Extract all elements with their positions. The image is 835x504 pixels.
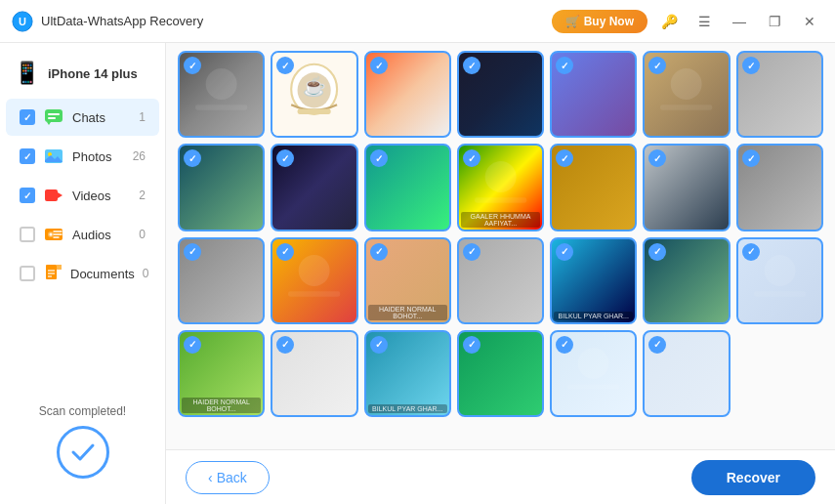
main-layout: 📱 iPhone 14 plus ✓ Chats 1 ✓ [0, 43, 835, 504]
svg-point-36 [764, 255, 795, 286]
photo-check-icon: ✓ [556, 243, 573, 261]
photo-cell[interactable]: ✓ [736, 51, 823, 138]
photo-cell[interactable]: ✓ [271, 330, 357, 417]
videos-checkbox[interactable]: ✓ [20, 188, 35, 203]
photo-cell[interactable]: ✓ [643, 51, 730, 138]
photo-cell[interactable]: ✓ [178, 237, 265, 324]
photo-cell[interactable]: ✓ [271, 237, 357, 324]
documents-checkbox[interactable] [20, 266, 35, 281]
close-button[interactable]: ✕ [796, 8, 823, 35]
svg-marker-10 [58, 192, 63, 198]
photo-cell[interactable]: ✓ ☕ [271, 51, 357, 138]
photo-cell[interactable]: ✓BILKUL PYAR GHAR... [364, 330, 451, 417]
photo-check-icon: ✓ [370, 336, 388, 354]
title-right: 🛒 Buy Now 🔑 ☰ — ❐ ✕ [552, 8, 823, 35]
documents-count: 0 [143, 267, 149, 280]
svg-point-13 [50, 233, 53, 236]
photo-grid-container[interactable]: ✓✓ ☕ ✓✓✓✓✓✓✓✓✓GAALER HHUMMA AAFIYAT...✓✓… [166, 43, 835, 449]
phone-icon: 📱 [14, 61, 40, 86]
sidebar-item-audios[interactable]: Audios 0 [6, 216, 159, 253]
maximize-button[interactable]: ❐ [761, 8, 788, 35]
photo-check-icon: ✓ [184, 243, 201, 261]
scan-complete-label: Scan completed! [39, 404, 126, 418]
photo-cell[interactable]: ✓GAALER HHUMMA AAFIYAT... [457, 144, 544, 231]
photo-cell[interactable]: ✓ [736, 237, 823, 324]
chats-count: 1 [139, 110, 146, 124]
photo-cell[interactable]: ✓HAIDER NORMAL BOHOT... [364, 237, 451, 324]
chats-checkbox[interactable]: ✓ [20, 109, 35, 125]
svg-point-38 [578, 348, 609, 379]
photo-cell[interactable]: ✓ [457, 237, 544, 324]
scan-complete-icon [57, 426, 109, 479]
sidebar-item-videos[interactable]: ✓ Videos 2 [6, 177, 159, 214]
sidebar-item-photos[interactable]: ✓ Photos 26 [6, 138, 159, 175]
chats-icon [43, 106, 64, 128]
photo-cell[interactable]: ✓ [271, 144, 357, 231]
photo-check-icon: ✓ [184, 57, 201, 74]
title-left: U UltData-WhatsApp Recovery [12, 11, 203, 32]
svg-rect-19 [57, 265, 62, 270]
photos-icon [43, 146, 64, 167]
svg-rect-35 [288, 291, 340, 296]
photo-cell[interactable]: ✓ [178, 144, 265, 231]
photo-cell[interactable]: ✓ [364, 144, 451, 231]
photo-check-icon: ✓ [370, 57, 388, 74]
svg-point-30 [671, 68, 702, 100]
photo-cell[interactable]: ✓ [550, 51, 637, 138]
svg-rect-37 [754, 291, 806, 296]
svg-rect-39 [567, 384, 619, 389]
photo-cell[interactable]: ✓ [457, 330, 544, 417]
recover-button[interactable]: Recover [691, 460, 815, 495]
minimize-button[interactable]: — [726, 8, 753, 35]
svg-rect-28 [298, 109, 331, 114]
device-item: 📱 iPhone 14 plus [0, 53, 165, 94]
svg-rect-2 [45, 109, 63, 122]
photo-cell[interactable]: ✓ [457, 51, 544, 138]
photos-count: 26 [133, 149, 146, 163]
photo-cell[interactable]: ✓ [643, 144, 730, 231]
documents-label: Documents [70, 267, 135, 281]
photo-check-icon: ✓ [463, 57, 480, 74]
documents-icon [43, 263, 63, 284]
back-button[interactable]: ‹ Back [186, 461, 270, 494]
photo-check-icon: ✓ [370, 149, 388, 167]
svg-rect-4 [48, 113, 60, 115]
photo-cell[interactable]: ✓BILKUL PYAR GHAR... [550, 237, 637, 324]
key-icon[interactable]: 🔑 [655, 8, 683, 35]
photo-check-icon: ✓ [463, 336, 480, 354]
photo-check-icon: ✓ [276, 243, 294, 261]
svg-marker-3 [47, 122, 51, 125]
photo-check-icon: ✓ [742, 149, 760, 167]
photo-cell[interactable]: ✓ [643, 237, 730, 324]
app-logo-icon: U [12, 11, 33, 32]
sidebar-item-documents[interactable]: Documents 0 [6, 255, 159, 292]
svg-rect-24 [195, 105, 247, 109]
menu-icon[interactable]: ☰ [690, 8, 718, 35]
photo-check-icon: ✓ [742, 57, 760, 74]
sidebar-item-chats[interactable]: ✓ Chats 1 [6, 99, 159, 136]
audios-icon [43, 224, 64, 245]
audios-count: 0 [139, 228, 146, 241]
photo-check-icon: ✓ [556, 336, 573, 354]
videos-label: Videos [72, 189, 131, 203]
photos-checkbox[interactable]: ✓ [20, 148, 35, 164]
photo-cell[interactable]: ✓ [643, 330, 730, 417]
content-area: ✓✓ ☕ ✓✓✓✓✓✓✓✓✓GAALER HHUMMA AAFIYAT...✓✓… [166, 43, 835, 504]
audios-label: Audios [72, 228, 131, 242]
photo-cell[interactable]: ✓ [178, 51, 265, 138]
bottom-bar: ‹ Back Recover [166, 449, 835, 504]
buy-now-button[interactable]: 🛒 Buy Now [552, 10, 647, 33]
photo-check-icon: ✓ [648, 243, 666, 261]
photo-cell[interactable]: ✓HAIDER NORMAL BOHOT... [178, 330, 265, 417]
photo-check-icon: ✓ [463, 243, 480, 261]
videos-count: 2 [139, 189, 146, 202]
scan-complete-section: Scan completed! [0, 389, 165, 494]
photo-cell[interactable]: ✓ [364, 51, 451, 138]
photo-cell[interactable]: ✓ [736, 144, 823, 231]
photo-cell[interactable]: ✓ [550, 330, 637, 417]
photo-cell[interactable]: ✓ [550, 144, 637, 231]
svg-point-34 [299, 255, 330, 286]
svg-rect-33 [475, 198, 526, 203]
photos-label: Photos [72, 149, 125, 164]
audios-checkbox[interactable] [20, 227, 35, 242]
